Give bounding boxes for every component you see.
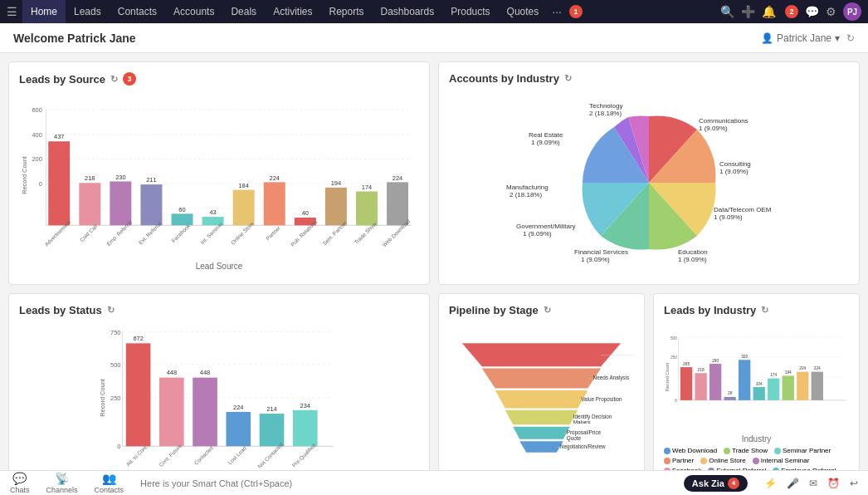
svg-rect-45 [387, 182, 408, 225]
leads-by-source-title: Leads by Source ↻ 3 [19, 72, 419, 86]
nav-deals[interactable]: Deals [222, 0, 265, 23]
search-icon[interactable]: 🔍 [720, 5, 734, 18]
svg-text:1 (9.09%): 1 (9.09%) [719, 168, 749, 175]
user-selector[interactable]: 👤 Patrick Jane ▾ [761, 32, 840, 44]
chat-icon[interactable]: 💬 [805, 5, 819, 18]
svg-text:28: 28 [728, 392, 733, 396]
svg-text:1 (9.09%): 1 (9.09%) [523, 230, 552, 238]
svg-rect-24 [172, 213, 193, 225]
nav-quotes[interactable]: Quotes [499, 0, 548, 23]
leads-by-status-title: Leads by Status ↻ [19, 304, 419, 316]
svg-rect-135 [768, 379, 779, 400]
subheader-right: 👤 Patrick Jane ▾ ↻ [761, 32, 855, 44]
svg-text:Financial Services: Financial Services [574, 248, 628, 256]
legend-seminarpartner: Seminar Partner [774, 447, 831, 454]
svg-rect-141 [812, 372, 823, 400]
svg-text:Record Count: Record Count [99, 379, 106, 417]
svg-text:Technology: Technology [589, 102, 622, 110]
user-icon: 👤 [761, 32, 773, 44]
leads-status-refresh[interactable]: ↻ [107, 305, 115, 316]
svg-text:Quote: Quote [567, 435, 582, 442]
svg-text:672: 672 [133, 335, 143, 342]
svg-text:0: 0 [39, 180, 42, 188]
accounts-by-industry-chart: Communications 1 (9.09%) Consulting 1 (9… [449, 91, 849, 274]
svg-text:1 (9.09%): 1 (9.09%) [531, 139, 560, 146]
pipeline-refresh[interactable]: ↻ [544, 305, 551, 316]
leads-by-source-chart: Record Count 600 400 200 0 437 Advertise… [19, 92, 419, 258]
leads-source-svg: Record Count 600 400 200 0 437 Advertise… [19, 92, 419, 258]
svg-rect-88 [260, 414, 285, 446]
nav-reports[interactable]: Reports [320, 0, 372, 23]
nav-products[interactable]: Products [442, 0, 498, 23]
nav-more-icon[interactable]: ··· [547, 5, 567, 18]
svg-text:224: 224 [233, 404, 243, 411]
svg-text:750: 750 [110, 329, 120, 336]
avatar[interactable]: PJ [843, 2, 861, 21]
hamburger-icon[interactable]: ☰ [7, 5, 17, 18]
svg-marker-111 [519, 441, 563, 453]
add-icon[interactable]: ➕ [741, 5, 755, 18]
svg-text:Data/Telecom OEM: Data/Telecom OEM [714, 206, 772, 213]
svg-text:Education: Education [678, 248, 708, 256]
nav-activities[interactable]: Activities [265, 0, 320, 23]
accounts-pie-svg: Communications 1 (9.09%) Consulting 1 (9… [491, 91, 807, 274]
svg-text:218: 218 [698, 368, 705, 372]
svg-rect-123 [680, 367, 692, 400]
leads-by-status-card: Leads by Status ↻ Record Count 750 500 2… [8, 293, 430, 470]
svg-rect-18 [110, 181, 131, 225]
nav-badge-2: 2 [785, 5, 798, 18]
leads-industry-legend: Web Download Trade Show Seminar Partner … [664, 447, 849, 470]
svg-text:214: 214 [266, 405, 276, 413]
svg-rect-33 [264, 182, 285, 225]
leads-source-refresh[interactable]: ↻ [110, 74, 118, 85]
bottom-right-section: Pipeline by Stage ↻ Qualification Needs … [438, 293, 860, 470]
svg-text:437: 437 [54, 133, 64, 140]
svg-text:1 (9.09%): 1 (9.09%) [699, 125, 728, 132]
refresh-icon[interactable]: ↻ [846, 32, 855, 44]
svg-rect-82 [193, 378, 217, 447]
legend-internal: Internal Seminar [753, 457, 810, 464]
svg-text:500: 500 [671, 336, 677, 341]
svg-text:Communications: Communications [699, 117, 749, 125]
bell-icon[interactable]: 🔔 [762, 5, 776, 18]
svg-rect-125 [695, 373, 706, 400]
nav-home[interactable]: Home [22, 0, 66, 23]
svg-rect-79 [159, 378, 184, 447]
svg-text:1 (9.09%): 1 (9.09%) [678, 256, 707, 263]
legend-tradeshow: Trade Show [724, 447, 768, 454]
page-title: Welcome Patrick Jane [13, 32, 136, 45]
nav-contacts[interactable]: Contacts [110, 0, 165, 23]
dropdown-icon: ▾ [835, 32, 840, 44]
svg-text:600: 600 [32, 106, 41, 114]
svg-text:224: 224 [799, 366, 806, 370]
svg-text:2 (18.18%): 2 (18.18%) [510, 191, 542, 198]
nav-leads[interactable]: Leads [66, 0, 110, 23]
svg-text:448: 448 [200, 369, 210, 376]
svg-rect-12 [48, 141, 70, 225]
leads-industry-refresh[interactable]: ↻ [761, 305, 768, 316]
settings-icon[interactable]: ⚙ [826, 5, 836, 18]
svg-text:0: 0 [117, 443, 120, 450]
svg-marker-100 [495, 390, 588, 409]
svg-text:265: 265 [683, 362, 690, 366]
svg-text:0: 0 [675, 399, 677, 403]
svg-text:Consulting: Consulting [719, 160, 751, 168]
nav-accounts[interactable]: Accounts [165, 0, 222, 23]
svg-text:400: 400 [32, 131, 41, 139]
leads-by-industry-card: Leads by Industry ↻ Record Count 500 250… [653, 293, 860, 470]
leads-by-industry-chart: Record Count 500 250 0 265 218 [664, 323, 849, 431]
svg-text:230: 230 [115, 174, 125, 181]
svg-text:200: 200 [32, 155, 41, 163]
svg-rect-91 [293, 410, 318, 446]
top-navigation: ☰ Home Leads Contacts Accounts Deals Act… [0, 0, 868, 23]
svg-marker-107 [513, 427, 569, 439]
nav-dashboards[interactable]: Dashboards [373, 0, 443, 23]
svg-marker-97 [482, 369, 601, 389]
svg-text:250: 250 [671, 355, 677, 360]
svg-text:2 (18.18%): 2 (18.18%) [589, 110, 622, 117]
svg-text:Real Estate: Real Estate [529, 131, 563, 139]
svg-text:448: 448 [167, 369, 177, 376]
svg-text:290: 290 [712, 359, 719, 363]
svg-text:Manufacturing: Manufacturing [506, 184, 549, 191]
accounts-industry-refresh[interactable]: ↻ [564, 73, 572, 84]
